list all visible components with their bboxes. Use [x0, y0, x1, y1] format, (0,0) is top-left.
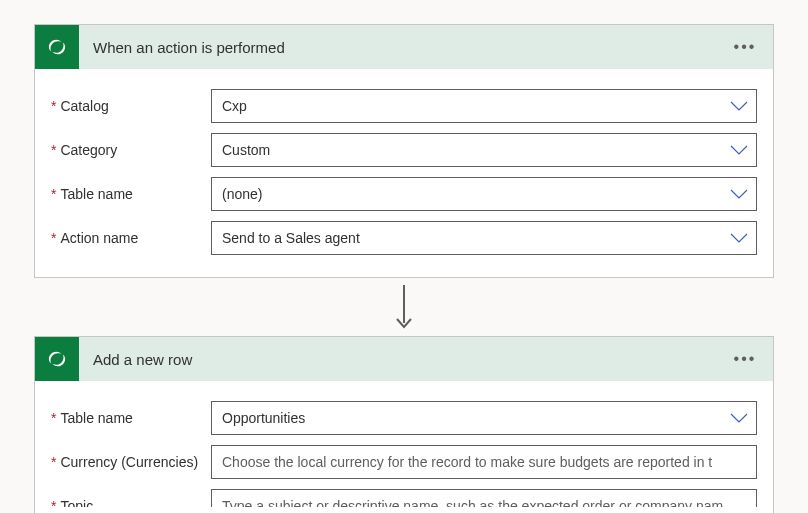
tablename-label: * Table name	[51, 186, 211, 202]
actionname-label-text: Action name	[60, 230, 138, 246]
trigger-card: When an action is performed ••• * Catalo…	[34, 24, 774, 278]
dataverse-icon	[35, 337, 79, 381]
tablename-row: * Table name (none)	[51, 177, 757, 211]
required-mark: *	[51, 410, 56, 426]
chevron-down-icon	[730, 144, 748, 156]
row2-currency-input[interactable]: Choose the local currency for the record…	[211, 445, 757, 479]
chevron-down-icon	[730, 232, 748, 244]
tablename-value: (none)	[222, 186, 262, 202]
catalog-label: * Catalog	[51, 98, 211, 114]
actionname-label: * Action name	[51, 230, 211, 246]
actionname-row: * Action name Send to a Sales agent	[51, 221, 757, 255]
row2-topic: * Topic Type a subject or descriptive na…	[51, 489, 757, 507]
catalog-label-text: Catalog	[60, 98, 108, 114]
row2-tablename-select[interactable]: Opportunities	[211, 401, 757, 435]
trigger-card-more-button[interactable]: •••	[731, 33, 759, 61]
action-card-title: Add a new row	[79, 351, 731, 368]
row2-topic-placeholder: Type a subject or descriptive name, such…	[222, 498, 723, 507]
row2-tablename: * Table name Opportunities	[51, 401, 757, 435]
required-mark: *	[51, 98, 56, 114]
required-mark: *	[51, 498, 56, 507]
actionname-value: Send to a Sales agent	[222, 230, 360, 246]
required-mark: *	[51, 186, 56, 202]
row2-tablename-value: Opportunities	[222, 410, 305, 426]
catalog-value: Cxp	[222, 98, 247, 114]
action-card: Add a new row ••• * Table name Opportuni…	[34, 336, 774, 513]
required-mark: *	[51, 230, 56, 246]
category-label-text: Category	[60, 142, 117, 158]
arrow-down-icon	[393, 283, 415, 331]
row2-topic-label-text: Topic	[60, 498, 93, 507]
tablename-select[interactable]: (none)	[211, 177, 757, 211]
dataverse-icon	[35, 25, 79, 69]
required-mark: *	[51, 454, 56, 470]
row2-currency-label-text: Currency (Currencies)	[60, 454, 198, 470]
catalog-select[interactable]: Cxp	[211, 89, 757, 123]
row2-tablename-label: * Table name	[51, 410, 211, 426]
row2-tablename-label-text: Table name	[60, 410, 132, 426]
required-mark: *	[51, 142, 56, 158]
row2-currency: * Currency (Currencies) Choose the local…	[51, 445, 757, 479]
category-label: * Category	[51, 142, 211, 158]
action-card-header[interactable]: Add a new row •••	[35, 337, 773, 381]
action-card-body: * Table name Opportunities * Currency (C…	[35, 381, 773, 513]
row2-topic-label: * Topic	[51, 498, 211, 507]
chevron-down-icon	[730, 412, 748, 424]
row2-topic-input[interactable]: Type a subject or descriptive name, such…	[211, 489, 757, 507]
catalog-row: * Catalog Cxp	[51, 89, 757, 123]
actionname-select[interactable]: Send to a Sales agent	[211, 221, 757, 255]
trigger-card-header[interactable]: When an action is performed •••	[35, 25, 773, 69]
chevron-down-icon	[730, 100, 748, 112]
category-select[interactable]: Custom	[211, 133, 757, 167]
category-row: * Category Custom	[51, 133, 757, 167]
row2-currency-label: * Currency (Currencies)	[51, 454, 211, 470]
chevron-down-icon	[730, 188, 748, 200]
tablename-label-text: Table name	[60, 186, 132, 202]
ellipsis-icon: •••	[734, 39, 757, 55]
ellipsis-icon: •••	[734, 351, 757, 367]
category-value: Custom	[222, 142, 270, 158]
trigger-card-body: * Catalog Cxp * Category	[35, 69, 773, 277]
flow-connector	[34, 278, 774, 336]
action-card-more-button[interactable]: •••	[731, 345, 759, 373]
row2-currency-placeholder: Choose the local currency for the record…	[222, 454, 712, 470]
trigger-card-title: When an action is performed	[79, 39, 731, 56]
